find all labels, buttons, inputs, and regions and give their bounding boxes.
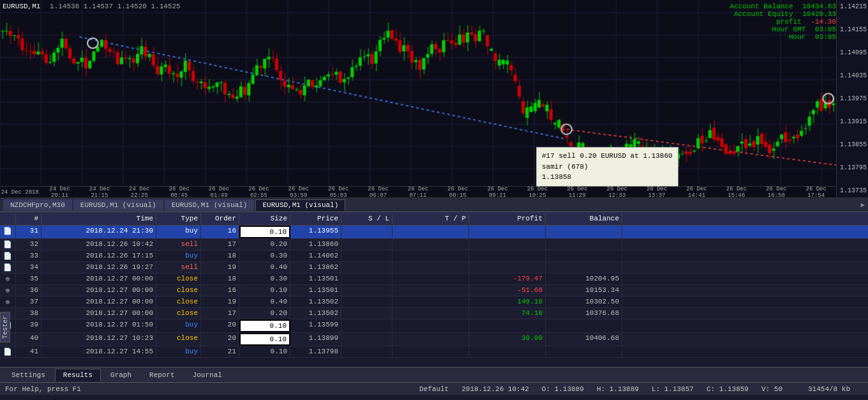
- row-price: 1.13955: [290, 226, 341, 238]
- row-profit: 74.18: [469, 308, 546, 319]
- row-profit: [469, 226, 546, 238]
- col-num: #: [16, 213, 41, 224]
- row-price: 1.13599: [290, 319, 341, 332]
- row-size: 0.30: [239, 273, 290, 284]
- time-label: 24 Dec 2018: [0, 189, 40, 196]
- time-label: 26 Dec 09:21: [478, 186, 518, 199]
- row-balance: [546, 319, 622, 332]
- high-label: H:: [597, 385, 605, 393]
- row-type: close: [156, 308, 201, 319]
- row-profit: [469, 319, 546, 332]
- price-scale-label: 1.13975: [838, 95, 867, 102]
- table-row[interactable]: ⊕ 35 2018.12.27 00:00 close 18 0.30 1.13…: [0, 273, 868, 285]
- table-row[interactable]: 📄 31 2018.12.24 21:30 buy 16 0.10 1.1395…: [0, 226, 868, 239]
- status-high: H: 1.13889: [597, 385, 639, 393]
- row-sl: [341, 296, 393, 307]
- row-sl: [341, 250, 393, 261]
- open-value: 1.13889: [555, 385, 584, 393]
- row-sl: [341, 226, 393, 238]
- tab-settings[interactable]: Settings: [3, 369, 54, 381]
- row-tp: [393, 239, 469, 250]
- row-type: buy: [156, 226, 201, 238]
- table-row[interactable]: 📄 34 2018.12.26 19:27 sell 19 0.40 1.138…: [0, 262, 868, 273]
- row-num: 31: [16, 226, 41, 238]
- table-section: # Time Type Order Size Price S / L T / P…: [0, 212, 868, 367]
- chart-tab-arrow[interactable]: ▶: [860, 201, 865, 209]
- status-open: O: 1.13889: [542, 385, 584, 393]
- row-num: 37: [16, 296, 41, 307]
- row-balance: 10376.68: [546, 308, 622, 319]
- row-order: 21: [201, 346, 239, 357]
- time-label: 26 Dec 07:11: [398, 186, 438, 199]
- tester-label[interactable]: Tester: [0, 312, 10, 342]
- row-type: buy: [156, 346, 201, 357]
- tab-results[interactable]: Results: [55, 369, 101, 381]
- tab-graph[interactable]: Graph: [102, 369, 140, 381]
- trade-tooltip: #17 sell 0.20 EURUSD at 1.13860 samir (6…: [536, 147, 678, 187]
- row-type: close: [156, 285, 201, 296]
- row-size: 0.20: [239, 239, 290, 250]
- tab-journal[interactable]: Journal: [184, 369, 230, 381]
- row-order: 17: [201, 239, 239, 250]
- row-tp: [393, 250, 469, 261]
- time-label: 26 Dec 14:41: [677, 186, 716, 199]
- status-volume: V: 50: [761, 385, 782, 393]
- row-type: buy: [156, 250, 201, 261]
- row-icon: ⊕: [0, 296, 16, 307]
- price-scale-label: 1.13735: [838, 187, 867, 194]
- chart-tab-2[interactable]: EURUSD,M1 (visual): [165, 199, 255, 211]
- help-text: For Help, press F1: [5, 385, 81, 393]
- row-time: 2018.12.27 10:23: [41, 333, 156, 346]
- row-balance: 10302.50: [546, 296, 622, 307]
- table-row[interactable]: ⊕ 37 2018.12.27 00:00 close 19 0.40 1.13…: [0, 296, 868, 308]
- col-price: Price: [290, 213, 341, 224]
- close-value: 1.13859: [719, 385, 749, 393]
- status-close: C: 1.13859: [707, 385, 749, 393]
- row-time: 2018.12.27 00:00: [41, 285, 156, 296]
- price-scale-label: 1.13795: [838, 164, 867, 171]
- row-order: 16: [201, 226, 239, 238]
- low-value: 1.13857: [664, 385, 694, 393]
- table-row[interactable]: 📄 32 2018.12.26 10:42 sell 17 0.20 1.138…: [0, 239, 868, 250]
- table-row[interactable]: 📄 39 2018.12.27 01:50 buy 20 0.10 1.1359…: [0, 319, 868, 333]
- row-price: 1.14062: [290, 250, 341, 261]
- time-label: 26 Dec 13:37: [637, 186, 677, 199]
- row-time: 2018.12.27 14:55: [41, 346, 156, 357]
- row-price: 1.13501: [290, 285, 341, 296]
- row-profit: 149.16: [469, 296, 546, 307]
- row-icon: ⊕: [0, 285, 16, 296]
- row-type: sell: [156, 239, 201, 250]
- row-time: 2018.12.27 00:00: [41, 273, 156, 284]
- row-time: 2018.12.26 17:15: [41, 250, 156, 261]
- price-scale-label: 1.14155: [838, 26, 867, 33]
- table-row[interactable]: ⊕ 40 2018.12.27 10:23 close 20 0.10 1.13…: [0, 333, 868, 346]
- row-tp: [393, 273, 469, 284]
- row-order: 18: [201, 273, 239, 284]
- tooltip-line1: #17 sell 0.20 EURUSD at 1.13860: [542, 151, 673, 162]
- profit-value: -14.30: [811, 18, 836, 26]
- row-time: 2018.12.27 00:00: [41, 308, 156, 319]
- row-tp: [393, 296, 469, 307]
- chart-tab-1[interactable]: EURUSD,M1 (visual): [73, 199, 163, 211]
- row-size: 0.10: [239, 226, 290, 238]
- table-body[interactable]: 📄 31 2018.12.24 21:30 buy 16 0.10 1.1395…: [0, 226, 868, 367]
- row-size: 0.10: [239, 319, 290, 332]
- account-info-panel: Account Balance 10434.63 Account Equity …: [730, 3, 836, 41]
- row-sl: [341, 346, 393, 357]
- row-icon: 📄: [0, 262, 16, 273]
- row-sl: [341, 333, 393, 346]
- row-type: close: [156, 333, 201, 346]
- table-row[interactable]: ⊕ 38 2018.12.27 00:00 close 17 0.20 1.13…: [0, 308, 868, 319]
- hour-label: Hour: [789, 33, 805, 41]
- table-row[interactable]: ⊕ 36 2018.12.27 00:00 close 16 0.10 1.13…: [0, 285, 868, 296]
- tab-report[interactable]: Report: [141, 369, 183, 381]
- table-row[interactable]: 📄 33 2018.12.26 17:15 buy 18 0.30 1.1406…: [0, 250, 868, 262]
- table-row[interactable]: 📄 41 2018.12.27 14:55 buy 21 0.10 1.1379…: [0, 346, 868, 358]
- status-bar: For Help, press F1 Default 2018.12.26 10…: [0, 382, 868, 395]
- time-label: 26 Dec 17:54: [797, 186, 836, 199]
- row-icon: 📄: [0, 226, 16, 238]
- chart-tab-3[interactable]: EURUSD,M1 (visual): [255, 199, 345, 211]
- chart-tab-0[interactable]: NZDCHFpro,M30: [3, 199, 72, 211]
- time-label: 24 Dec 22:25: [119, 186, 159, 199]
- row-balance: 10204.95: [546, 273, 622, 284]
